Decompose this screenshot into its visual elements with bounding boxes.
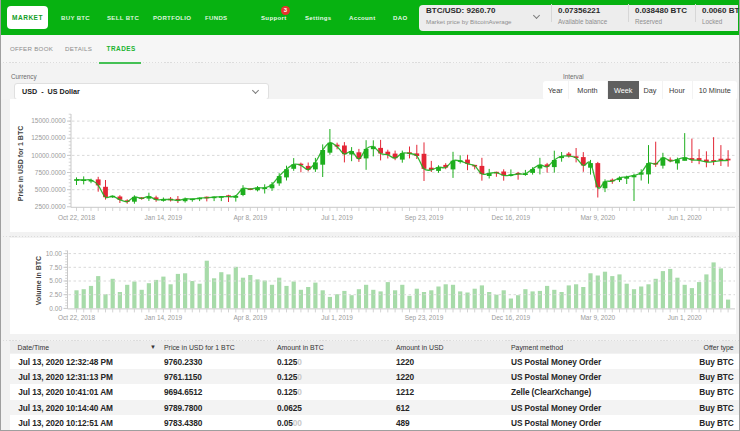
svg-text:Sep 23, 2019: Sep 23, 2019: [405, 314, 444, 322]
svg-text:7.50: 7.50: [49, 264, 62, 271]
svg-text:2.50: 2.50: [49, 291, 62, 298]
svg-text:Jul 1, 2019: Jul 1, 2019: [321, 214, 353, 221]
svg-text:Dec 16, 2019: Dec 16, 2019: [492, 214, 531, 221]
svg-text:15000.0000: 15000.0000: [31, 117, 66, 124]
svg-text:Dec 16, 2019: Dec 16, 2019: [492, 314, 531, 321]
svg-text:Jul 1, 2019: Jul 1, 2019: [321, 314, 353, 321]
svg-text:Sep 23, 2019: Sep 23, 2019: [405, 214, 444, 222]
svg-text:5000.0000: 5000.0000: [35, 186, 66, 193]
svg-text:0.00: 0.00: [49, 305, 62, 312]
svg-text:12500.0000: 12500.0000: [31, 134, 66, 141]
svg-text:7500.0000: 7500.0000: [35, 169, 66, 176]
svg-text:Jun 1, 2020: Jun 1, 2020: [668, 314, 702, 321]
svg-text:Jan 14, 2019: Jan 14, 2019: [145, 214, 183, 221]
svg-text:5.00: 5.00: [49, 277, 62, 284]
svg-text:Apr 8, 2019: Apr 8, 2019: [233, 214, 267, 222]
svg-text:Jun 1, 2020: Jun 1, 2020: [668, 214, 702, 221]
svg-text:Oct 22, 2018: Oct 22, 2018: [58, 214, 96, 221]
svg-text:Mar 9, 2020: Mar 9, 2020: [580, 314, 615, 321]
svg-text:Price in USD for 1 BTC: Price in USD for 1 BTC: [17, 126, 24, 201]
svg-text:Mar 9, 2020: Mar 9, 2020: [580, 214, 615, 221]
svg-text:Apr 8, 2019: Apr 8, 2019: [233, 314, 267, 322]
svg-text:10.00: 10.00: [46, 250, 63, 257]
svg-text:2500.0000: 2500.0000: [35, 203, 66, 210]
svg-text:Volume in BTC: Volume in BTC: [35, 256, 42, 305]
svg-text:Jan 14, 2019: Jan 14, 2019: [145, 314, 183, 321]
svg-text:Oct 22, 2018: Oct 22, 2018: [58, 314, 96, 321]
svg-text:10000.0000: 10000.0000: [31, 152, 66, 159]
